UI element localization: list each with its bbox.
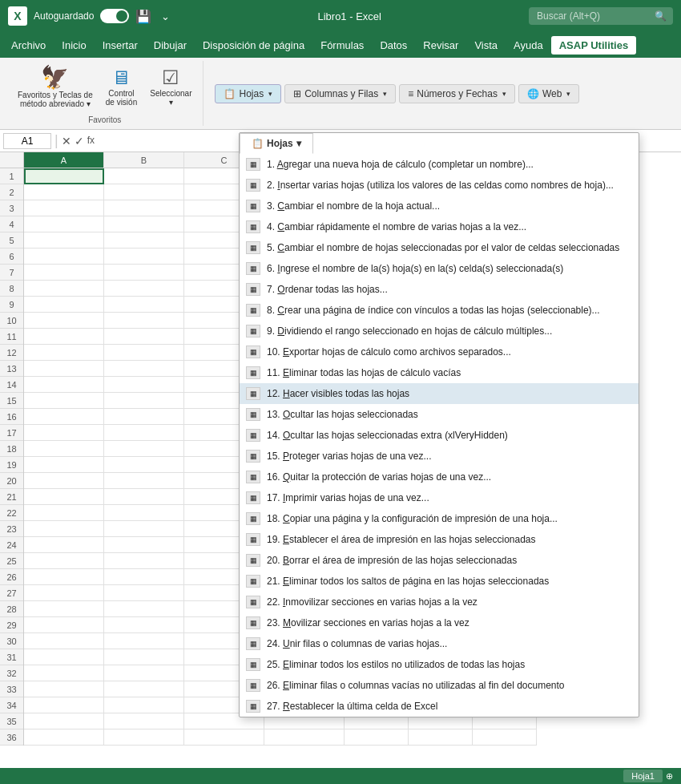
row-header-30[interactable]: 30 <box>0 633 23 649</box>
row-header-34[interactable]: 34 <box>0 697 23 713</box>
cell-a30[interactable] <box>24 633 104 649</box>
cell-b1[interactable] <box>104 168 184 184</box>
dropdown-item-16[interactable]: ▦16. Quitar la protección de varias hoja… <box>240 467 639 487</box>
dropdown-item-8[interactable]: ▦8. Crear una página de índice con víncu… <box>240 300 639 321</box>
asap-btn-hojas[interactable]: 📋 Hojas ▾ <box>215 84 281 103</box>
ribbon-btn-favoritos[interactable]: 🦅 Favoritos y Teclas demétodo abreviado … <box>13 63 98 110</box>
cell-b15[interactable] <box>104 393 184 409</box>
row-header-11[interactable]: 11 <box>0 329 23 345</box>
cell-b24[interactable] <box>104 537 184 553</box>
dropdown-item-21[interactable]: ▦21. Eliminar todos los saltos de página… <box>240 571 639 592</box>
dropdown-item-15[interactable]: ▦15. Proteger varias hojas de una vez... <box>240 446 639 467</box>
cell-a10[interactable] <box>24 313 104 329</box>
cell-reference-input[interactable] <box>3 133 51 149</box>
cell-b19[interactable] <box>104 457 184 473</box>
dropdown-item-7[interactable]: ▦7. Ordenar todas las hojas... <box>240 279 639 300</box>
row-header-19[interactable]: 19 <box>0 457 23 473</box>
cell-b6[interactable] <box>104 249 184 265</box>
dropdown-item-5[interactable]: ▦5. Cambiar el nombre de hojas seleccion… <box>240 237 639 258</box>
ribbon-btn-seleccionar[interactable]: ☑ Seleccionar▾ <box>145 65 196 108</box>
cell-a22[interactable] <box>24 505 104 521</box>
dropdown-tab-hojas[interactable]: 📋 Hojas ▾ <box>240 133 313 154</box>
dropdown-item-4[interactable]: ▦4. Cambiar rápidamente el nombre de var… <box>240 216 639 237</box>
cell-a12[interactable] <box>24 345 104 361</box>
menu-datos[interactable]: Datos <box>372 36 415 55</box>
sheet-tab[interactable]: Hoja1 <box>623 770 663 782</box>
dropdown-item-2[interactable]: ▦2. Insertar varias hojas (utiliza los v… <box>240 175 639 196</box>
dropdown-item-11[interactable]: ▦11. Eliminar todas las hojas de cálculo… <box>240 362 639 383</box>
dropdown-item-27[interactable]: ▦27. Restablecer la última celda de Exce… <box>240 696 639 717</box>
cell-b36[interactable] <box>104 729 184 746</box>
cell-b25[interactable] <box>104 553 184 569</box>
row-header-13[interactable]: 13 <box>0 361 23 377</box>
cell-b8[interactable] <box>104 281 184 297</box>
row-header-36[interactable]: 36 <box>0 729 23 746</box>
menu-asap[interactable]: ASAP Utilities <box>551 36 636 55</box>
row-header-8[interactable]: 8 <box>0 281 23 297</box>
cell-b27[interactable] <box>104 585 184 601</box>
cell-b31[interactable] <box>104 649 184 665</box>
row-header-15[interactable]: 15 <box>0 393 23 409</box>
cell-b11[interactable] <box>104 329 184 345</box>
dropdown-item-10[interactable]: ▦10. Exportar hojas de cálculo como arch… <box>240 341 639 362</box>
dropdown-item-6[interactable]: ▦6. Ingrese el nombre de la(s) hoja(s) e… <box>240 258 639 279</box>
row-header-17[interactable]: 17 <box>0 425 23 441</box>
row-header-28[interactable]: 28 <box>0 601 23 617</box>
cell-a16[interactable] <box>24 409 104 425</box>
asap-btn-columnas[interactable]: ⊞ Columnas y Filas ▾ <box>284 84 396 103</box>
row-header-9[interactable]: 9 <box>0 297 23 313</box>
cell-b23[interactable] <box>104 521 184 537</box>
cell-b2[interactable] <box>104 184 184 200</box>
dropdown-item-17[interactable]: ▦17. Imprimir varias hojas de una vez... <box>240 487 639 508</box>
cell-a26[interactable] <box>24 569 104 585</box>
row-header-12[interactable]: 12 <box>0 345 23 361</box>
cell-a28[interactable] <box>24 601 104 617</box>
row-header-16[interactable]: 16 <box>0 409 23 425</box>
cell-g36[interactable] <box>473 729 537 746</box>
menu-disposicion[interactable]: Disposición de página <box>195 36 312 55</box>
row-header-20[interactable]: 20 <box>0 473 23 489</box>
search-input[interactable] <box>529 7 673 25</box>
col-header-a[interactable]: A <box>24 152 104 168</box>
cell-a31[interactable] <box>24 649 104 665</box>
row-header-6[interactable]: 6 <box>0 249 23 265</box>
menu-insertar[interactable]: Insertar <box>95 36 146 55</box>
dropdown-item-22[interactable]: ▦22. Inmovilizar secciones en varias hoj… <box>240 592 639 612</box>
dropdown-item-1[interactable]: ▦1. Agregar una nueva hoja de cálculo (c… <box>240 154 639 175</box>
cell-e36[interactable] <box>345 729 409 746</box>
asap-btn-web[interactable]: 🌐 Web ▾ <box>518 84 579 103</box>
cell-a36[interactable] <box>24 729 104 746</box>
cell-b30[interactable] <box>104 633 184 649</box>
cell-a34[interactable] <box>24 697 104 713</box>
cell-a23[interactable] <box>24 521 104 537</box>
cell-c36[interactable] <box>184 729 264 746</box>
cell-a33[interactable] <box>24 681 104 697</box>
cell-b33[interactable] <box>104 681 184 697</box>
row-header-4[interactable]: 4 <box>0 216 23 232</box>
row-header-2[interactable]: 2 <box>0 184 23 200</box>
cell-a27[interactable] <box>24 585 104 601</box>
menu-inicio[interactable]: Inicio <box>54 36 94 55</box>
formula-cancel-icon[interactable]: ✕ <box>62 135 71 148</box>
cell-b20[interactable] <box>104 473 184 489</box>
cell-a13[interactable] <box>24 361 104 377</box>
dropdown-item-24[interactable]: ▦24. Unir filas o columnas de varias hoj… <box>240 633 639 654</box>
row-header-5[interactable]: 5 <box>0 232 23 249</box>
autosave-toggle[interactable] <box>100 9 129 23</box>
cell-a5[interactable] <box>24 232 104 249</box>
cell-a32[interactable] <box>24 665 104 681</box>
row-header-32[interactable]: 32 <box>0 665 23 681</box>
dropdown-item-3[interactable]: ▦3. Cambiar el nombre de la hoja actual.… <box>240 196 639 216</box>
dropdown-item-14[interactable]: ▦14. Ocultar las hojas seleccionadas ext… <box>240 425 639 446</box>
cell-a18[interactable] <box>24 441 104 457</box>
cell-a4[interactable] <box>24 216 104 232</box>
menu-archivo[interactable]: Archivo <box>3 36 54 55</box>
cell-a29[interactable] <box>24 617 104 633</box>
cell-b21[interactable] <box>104 489 184 505</box>
menu-dibujar[interactable]: Dibujar <box>146 36 195 55</box>
cell-a19[interactable] <box>24 457 104 473</box>
cell-b35[interactable] <box>104 713 184 729</box>
cell-a2[interactable] <box>24 184 104 200</box>
cell-a21[interactable] <box>24 489 104 505</box>
cell-b16[interactable] <box>104 409 184 425</box>
